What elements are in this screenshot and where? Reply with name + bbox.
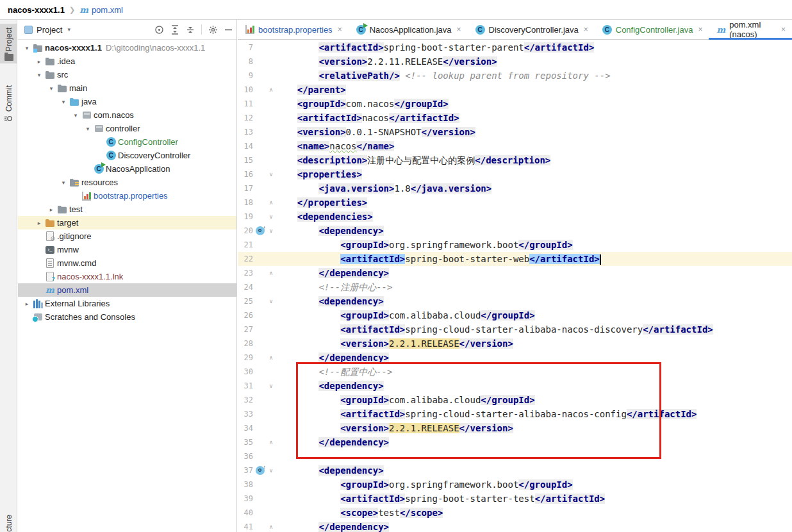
fold-down-icon[interactable]: ∨ <box>267 383 276 389</box>
tree-item-.idea[interactable]: ▸.idea <box>18 54 236 68</box>
code-line-26[interactable]: 26 <groupId>com.alibaba.cloud</groupId> <box>238 308 792 322</box>
tree-item-mvnw.cmd[interactable]: mvnw.cmd <box>18 256 236 270</box>
code-line-17[interactable]: 17 <java.version>1.8</java.version> <box>238 181 792 195</box>
code-line-22[interactable]: 22 <artifactId>spring-boot-starter-web</… <box>238 252 792 266</box>
settings-gear-icon[interactable] <box>208 25 218 35</box>
code-line-41[interactable]: 41∧ </dependency> <box>238 520 792 532</box>
expand-all-icon[interactable] <box>170 25 179 35</box>
chevron-right-icon[interactable]: ▸ <box>34 58 44 65</box>
chevron-down-icon[interactable]: ▾ <box>58 179 69 186</box>
editor-tab-bootstrap.properties[interactable]: bootstrap.properties× <box>238 20 349 39</box>
fold-down-icon[interactable]: ∨ <box>267 298 276 304</box>
project-view-selector[interactable]: Project ▾ <box>24 25 154 35</box>
tree-item-.gitignore[interactable]: ⊘.gitignore <box>18 229 236 243</box>
chevron-right-icon[interactable]: ▸ <box>22 301 32 307</box>
close-tab-icon[interactable]: × <box>457 25 461 34</box>
tree-item-pom.xml[interactable]: mpom.xml <box>18 283 236 297</box>
breadcrumb-project[interactable]: nacos-xxxx1.1 <box>8 5 65 15</box>
chevron-down-icon[interactable]: ▾ <box>34 72 44 78</box>
code-line-13[interactable]: 13 <version>0.0.1-SNAPSHOT</version> <box>238 125 792 139</box>
tree-item-external-libraries[interactable]: ▸External Libraries <box>18 297 236 310</box>
code-line-35[interactable]: 35∧ </dependency> <box>238 435 792 449</box>
code-line-37[interactable]: 37o↑∨ <dependency> <box>238 463 792 478</box>
code-line-34[interactable]: 34 <version>2.2.1.RELEASE</version> <box>238 421 792 435</box>
editor-tab-configcontroller.java[interactable]: CConfigController.java× <box>595 20 709 39</box>
code-line-38[interactable]: 38 <groupId>org.springframework.boot</gr… <box>238 478 792 492</box>
code-line-30[interactable]: 30 <!--配置中心--> <box>238 365 792 379</box>
code-line-15[interactable]: 15 <description>注册中心与配置中心的案例</descriptio… <box>238 153 792 167</box>
tree-item-scratches-and-consoles[interactable]: Scratches and Consoles <box>18 310 236 324</box>
code-line-10[interactable]: 10∧ </parent> <box>238 83 792 97</box>
code-line-33[interactable]: 33 <artifactId>spring-cloud-starter-alib… <box>238 407 792 421</box>
fold-up-icon[interactable]: ∧ <box>267 524 276 530</box>
breadcrumb-file[interactable]: pom.xml <box>92 5 123 15</box>
code-line-16[interactable]: 16∨ <properties> <box>238 167 792 181</box>
editor-tab-discoverycontroller.java[interactable]: CDiscoveryController.java× <box>468 20 595 39</box>
project-toolwindow-tab[interactable]: Project <box>0 24 17 63</box>
fold-down-icon[interactable]: ∨ <box>267 213 276 220</box>
close-tab-icon[interactable]: × <box>338 25 342 34</box>
fold-up-icon[interactable]: ∧ <box>267 87 276 93</box>
tree-item-src[interactable]: ▾src <box>18 68 236 81</box>
code-line-7[interactable]: 7 <artifactId>spring-boot-starter-parent… <box>238 40 792 54</box>
chevron-down-icon[interactable]: ▾ <box>83 126 93 132</box>
code-line-24[interactable]: 24 <!--注册中心--> <box>238 280 792 294</box>
fold-down-icon[interactable]: ∨ <box>267 467 276 474</box>
chevron-down-icon[interactable]: ▾ <box>22 45 32 51</box>
code-line-18[interactable]: 18∧ </properties> <box>238 195 792 210</box>
close-tab-icon[interactable]: × <box>584 25 588 34</box>
code-line-32[interactable]: 32 <groupId>com.alibaba.cloud</groupId> <box>238 393 792 407</box>
tree-item-nacos-xxxx1.1.lnk[interactable]: ?nacos-xxxx1.1.lnk <box>18 270 236 283</box>
chevron-down-icon[interactable]: ▾ <box>58 99 69 105</box>
tree-item-mvnw[interactable]: ›_mvnw <box>18 243 236 256</box>
tree-item-discoverycontroller[interactable]: CDiscoveryController <box>18 149 236 162</box>
code-line-20[interactable]: 20o↑∨ <dependency> <box>238 224 792 238</box>
code-line-28[interactable]: 28 <version>2.2.1.RELEASE</version> <box>238 337 792 351</box>
tree-item-java[interactable]: ▾java <box>18 95 236 108</box>
collapse-all-icon[interactable] <box>186 25 195 35</box>
code-line-40[interactable]: 40 <scope>test</scope> <box>238 506 792 520</box>
code-line-8[interactable]: 8 <version>2.2.11.RELEASE</version> <box>238 54 792 69</box>
chevron-down-icon[interactable]: ▾ <box>70 112 81 119</box>
close-tab-icon[interactable]: × <box>698 25 702 34</box>
code-line-25[interactable]: 25∨ <dependency> <box>238 294 792 308</box>
structure-toolwindow-tab[interactable]: cture <box>0 515 17 532</box>
tree-item-bootstrap.properties[interactable]: bootstrap.properties <box>18 189 236 203</box>
locate-file-icon[interactable] <box>154 25 164 35</box>
hide-panel-icon[interactable] <box>224 26 233 34</box>
fold-up-icon[interactable]: ∧ <box>267 439 276 445</box>
tree-item-main[interactable]: ▾main <box>18 81 236 95</box>
fold-down-icon[interactable]: ∨ <box>267 171 276 178</box>
chevron-down-icon[interactable]: ▾ <box>46 85 56 92</box>
tree-item-nacosapplication[interactable]: CNacosApplication <box>18 162 236 176</box>
code-line-21[interactable]: 21 <groupId>org.springframework.boot</gr… <box>238 238 792 252</box>
code-line-9[interactable]: 9 <relativePath/> <!-- lookup parent fro… <box>238 69 792 83</box>
fold-up-icon[interactable]: ∧ <box>267 199 276 206</box>
editor-tab-pom.xml-nacos-[interactable]: mpom.xml (nacos)× <box>709 20 792 39</box>
tree-item-resources[interactable]: ▾resources <box>18 176 236 189</box>
close-tab-icon[interactable]: × <box>781 25 786 34</box>
fold-up-icon[interactable]: ∧ <box>267 270 276 276</box>
code-line-19[interactable]: 19∨ <dependencies> <box>238 210 792 224</box>
code-line-39[interactable]: 39 <artifactId>spring-boot-starter-test<… <box>238 492 792 506</box>
code-line-14[interactable]: 14 <name>nacos</name> <box>238 139 792 153</box>
fold-down-icon[interactable]: ∨ <box>267 228 276 234</box>
code-line-27[interactable]: 27 <artifactId>spring-cloud-starter-alib… <box>238 322 792 337</box>
commit-toolwindow-tab[interactable]: Commit <box>0 83 17 126</box>
tree-item-configcontroller[interactable]: CConfigController <box>18 135 236 149</box>
code-line-29[interactable]: 29∧ </dependency> <box>238 351 792 365</box>
code-line-23[interactable]: 23∧ </dependency> <box>238 266 792 280</box>
code-line-11[interactable]: 11 <groupId>com.nacos</groupId> <box>238 97 792 111</box>
tree-item-nacos-xxxx1.1[interactable]: ▾nacos-xxxx1.1D:\gitcoding\nacos-xxxx1.1 <box>18 41 236 54</box>
tree-item-controller[interactable]: ▾controller <box>18 122 236 135</box>
code-line-12[interactable]: 12 <artifactId>nacos</artifactId> <box>238 111 792 125</box>
code-line-31[interactable]: 31∨ <dependency> <box>238 379 792 393</box>
fold-up-icon[interactable]: ∧ <box>267 354 276 361</box>
code-line-36[interactable]: 36 <box>238 449 792 463</box>
chevron-right-icon[interactable]: ▸ <box>46 206 56 213</box>
tree-item-test[interactable]: ▸test <box>18 203 236 216</box>
tree-item-target[interactable]: ▸target <box>18 216 236 229</box>
tree-item-com.nacos[interactable]: ▾com.nacos <box>18 108 236 122</box>
code-editor[interactable]: 7 <artifactId>spring-boot-starter-parent… <box>238 40 792 532</box>
maven-dependency-gutter-icon[interactable]: o↑ <box>256 226 265 235</box>
